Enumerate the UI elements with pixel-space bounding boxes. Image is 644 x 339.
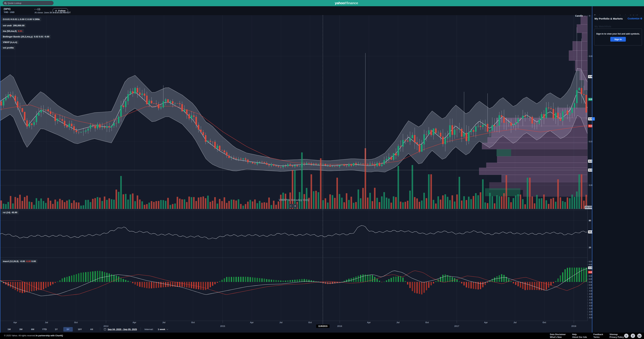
footer-link-feedback[interactable]: Feedback <box>594 333 603 336</box>
macd-axis-label: 0.00 <box>588 271 593 274</box>
x-axis-month-label: Jul <box>45 321 48 324</box>
macd-axis-label: 0.01 <box>588 263 593 266</box>
legend-moving-average[interactable]: ma (50,ma,0) 0.01 <box>1 29 24 33</box>
zoom-controls: − + <box>288 204 298 208</box>
range-button-6m[interactable]: 6M <box>28 327 38 332</box>
volume-profile-row <box>496 149 511 156</box>
volume-profile-row <box>497 156 588 163</box>
footer-link-privacy-policy[interactable]: Privacy Policy <box>610 336 624 338</box>
x-axis-month-label: Apr <box>13 321 17 324</box>
footer-social-icons: ✕fin <box>624 334 642 338</box>
legend-vwap[interactable]: VWAP (n,n,n) <box>1 40 19 44</box>
range-button-ytd[interactable]: YTD <box>40 327 49 332</box>
axis-drag-chevron-icon[interactable]: › <box>592 117 595 120</box>
x-axis-month-label: Oct <box>308 321 312 324</box>
watchlists-title: My Watchlists <box>594 25 611 28</box>
gear-icon: ⚙ <box>640 17 642 20</box>
chevron-down-icon <box>166 328 168 330</box>
macd-axis-label: 0.01 <box>588 266 593 269</box>
volume-profile-row <box>482 143 588 149</box>
toolbar-divider <box>100 328 100 331</box>
toolbar-divider <box>140 328 141 331</box>
range-button-10y[interactable]: 10Y <box>75 327 84 332</box>
chartiq-partnership: In partnership with ChartIQ <box>36 334 63 337</box>
axis-label-20: 20 <box>588 246 592 249</box>
volume-profile-row <box>581 16 588 24</box>
footer-link-what-s-new[interactable]: What's New <box>550 336 566 338</box>
macd-pane <box>0 268 588 296</box>
volume-profile-row <box>577 24 588 33</box>
year-boundary-dotted-line <box>457 321 457 323</box>
range-button-1m[interactable]: 1M <box>4 327 14 332</box>
footer-link-data-disclaimer[interactable]: Data Disclaimer <box>550 333 566 336</box>
chart-left-active-edge <box>0 6 0 332</box>
range-button-1y[interactable]: 1Y <box>52 327 61 332</box>
x-axis-month-label: Jul <box>162 321 166 324</box>
volume-profile-row <box>584 80 588 90</box>
x-axis-month-label: Oct <box>74 321 78 324</box>
volume-profile-row <box>523 190 588 197</box>
legend-bollinger-bands[interactable]: Bollinger Bands (20,2,ma,y) 0.02 0.01 -0… <box>1 35 51 38</box>
x-axis-month-label: Jul <box>514 321 516 324</box>
range-button-3m[interactable]: 3M <box>16 327 26 332</box>
volume-profile-row <box>588 16 592 78</box>
volume-profile-row <box>569 50 588 61</box>
rsi-line <box>0 226 588 239</box>
page-footer: © 2025 Yahoo. All rights reserved.In par… <box>0 332 644 339</box>
price-pane <box>0 16 592 197</box>
volume-profile-row <box>502 175 588 182</box>
zoom-out-button[interactable]: − <box>288 204 293 208</box>
volume-profile-row <box>479 168 588 175</box>
x-axis-month-label: Jul <box>280 321 282 324</box>
x-axis-month-label: Apr <box>484 321 488 324</box>
interval-label: Interval: <box>144 328 154 330</box>
customize-link[interactable]: Customize ⚙ <box>628 17 642 20</box>
price-axis-active-edge[interactable] <box>592 6 592 332</box>
chart-canvas[interactable] <box>0 0 592 332</box>
zoom-in-button[interactable]: + <box>293 204 298 208</box>
sign-in-button[interactable]: Sign In <box>610 37 626 42</box>
crosshair-date-badge: 11/9/2015 <box>316 324 330 328</box>
interval-dropdown[interactable]: 1 week <box>158 328 168 330</box>
yahoo-finance-chart-page: Quote Lookup yahoo!finance (SPX) YHD · U… <box>0 0 644 339</box>
volume-profile-row <box>486 163 588 168</box>
x-axis-month-label: Oct <box>191 321 195 324</box>
footer-link-terms[interactable]: Terms <box>594 336 603 338</box>
x-axis-month-label: Jul <box>396 321 400 324</box>
legend-rsi[interactable]: rsi (14) 45.90 <box>1 210 19 214</box>
year-boundary-dotted-line <box>574 321 574 323</box>
x-axis-month-label: Apr <box>132 321 136 324</box>
rsi-pane <box>0 226 588 239</box>
macd-axis-label: 0.00 <box>588 281 593 284</box>
range-button-all[interactable]: All <box>87 327 96 332</box>
footer-link-help[interactable]: Help <box>572 333 587 336</box>
volume-last-badge: 210.92k <box>585 206 592 209</box>
legend-macd[interactable]: macd (12,26,9) -0.00 -0.00 0.00 <box>1 259 38 263</box>
range-toolbar: 1M3M6MYTD1Y5Y10YAll Sep 04, 2020 - Sep 0… <box>0 326 592 332</box>
macd-axis-label: 0.01 <box>588 260 593 263</box>
legend-volume-underlay[interactable]: vol undr 295,000.00 <box>1 24 26 28</box>
footer-link-sitemap[interactable]: Sitemap <box>610 333 624 336</box>
footer-links: Data DisclaimerWhat's NewHelpAbout Our A… <box>550 333 624 338</box>
portfolio-sidebar: My Portfolio & Markets Customize ⚙ My Wa… <box>592 15 644 332</box>
macd-axis-label: 0.00 <box>588 275 593 277</box>
x-axis-month-label: Oct <box>542 321 546 324</box>
axis-label-80: 80 <box>588 219 592 222</box>
vwap-intraday-watermark: VWAP is Intraday Only <box>279 198 309 202</box>
x-axis-month-label: Oct <box>426 321 429 324</box>
volume-profile-row <box>580 71 588 80</box>
range-button-5y[interactable]: 5Y <box>63 327 73 332</box>
calendar-icon <box>104 328 106 330</box>
date-range-picker[interactable]: Sep 04, 2020 - Sep 05, 2025 <box>104 328 137 330</box>
macd-axis-label: 0.00 <box>588 284 593 286</box>
volume-profile-row <box>488 137 588 143</box>
volume-profile-row <box>572 41 588 50</box>
x-twitter-icon[interactable]: ✕ <box>624 334 628 338</box>
footer-link-about-our-ads[interactable]: About Our Ads <box>572 336 587 338</box>
signin-prompt: Sign-in to view your list and add symbol… <box>594 32 642 35</box>
ohlcv-readout: O:0.01 H:0.01 L:0.00 C:0.00 V:295k <box>1 17 41 21</box>
signin-panel: Sign-in to view your list and add symbol… <box>594 29 642 46</box>
legend-volume-profile[interactable]: vol profile <box>1 46 15 50</box>
facebook-icon[interactable]: f <box>631 334 635 338</box>
linkedin-icon[interactable]: in <box>637 334 642 338</box>
